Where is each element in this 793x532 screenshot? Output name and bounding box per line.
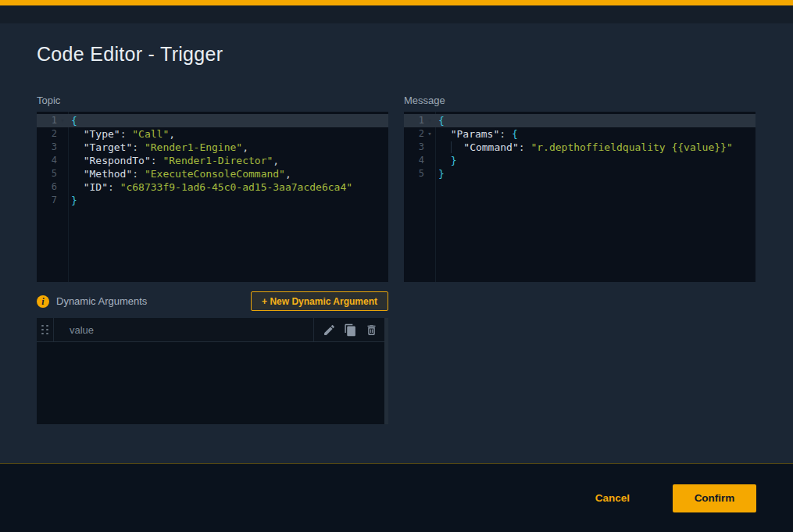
line-number: 4	[404, 154, 424, 167]
code-line[interactable]: 2 "Type": "Call",	[37, 127, 388, 141]
copy-icon	[344, 323, 357, 337]
code-line[interactable]: 3 "Command": "r.depthoffieldquality {{va…	[404, 141, 755, 154]
dynamic-arguments-header: i Dynamic Arguments + New Dynamic Argume…	[37, 291, 388, 312]
fold-gutter	[57, 127, 68, 141]
line-number: 4	[37, 154, 57, 167]
cancel-button[interactable]: Cancel	[591, 491, 634, 505]
dynamic-arguments-list: value	[37, 318, 388, 424]
info-icon: i	[37, 295, 49, 308]
code-line[interactable]: 5 "Method": "ExecuteConsoleCommand",	[37, 167, 388, 180]
code-line[interactable]: 4 "RespondTo": "Render1-Director",	[37, 154, 388, 167]
line-number: 5	[37, 167, 57, 180]
line-number: 7	[37, 194, 57, 207]
code-text: "Target": "Render1-Engine",	[68, 141, 248, 154]
accent-bar	[0, 0, 793, 5]
fold-arrow-icon[interactable]: ▾	[424, 114, 435, 127]
code-text: }	[435, 154, 456, 167]
fold-gutter	[424, 154, 435, 167]
line-number: 6	[37, 180, 57, 194]
window-topbar	[0, 5, 793, 23]
code-line[interactable]: 1▾{	[37, 114, 388, 127]
code-line[interactable]: 5}	[404, 167, 755, 180]
code-text: "Command": "r.depthoffieldquality {{valu…	[435, 141, 733, 154]
confirm-button[interactable]: Confirm	[673, 484, 756, 512]
code-line[interactable]: 2▾ "Params": {	[404, 127, 755, 141]
message-label: Message	[404, 95, 445, 107]
code-text: }	[435, 167, 445, 180]
fold-gutter	[57, 167, 68, 180]
pencil-icon	[323, 323, 336, 337]
drag-handle[interactable]	[37, 318, 54, 341]
row-actions	[313, 318, 384, 341]
fold-gutter	[57, 180, 68, 194]
line-number: 3	[404, 141, 424, 154]
line-number: 2	[37, 127, 57, 141]
line-number: 5	[404, 167, 424, 180]
trash-icon	[365, 323, 378, 337]
new-dynamic-argument-button[interactable]: + New Dynamic Argument	[251, 291, 388, 311]
dynamic-argument-row[interactable]: value	[37, 318, 384, 342]
dynamic-arguments-title: Dynamic Arguments	[56, 295, 251, 307]
fold-gutter	[57, 154, 68, 167]
dialog-footer: Cancel Confirm	[0, 463, 793, 532]
fold-gutter	[57, 141, 68, 154]
scrollbar-track[interactable]	[384, 318, 388, 424]
copy-argument-button[interactable]	[343, 323, 357, 337]
code-text: "Method": "ExecuteConsoleCommand",	[68, 167, 291, 180]
code-line[interactable]: 4 }	[404, 154, 755, 167]
argument-name-label: value	[54, 318, 313, 341]
code-line[interactable]: 3 "Target": "Render1-Engine",	[37, 141, 388, 154]
code-text: "Type": "Call",	[68, 127, 175, 141]
code-line[interactable]: 7}	[37, 194, 388, 207]
line-number: 3	[37, 141, 57, 154]
line-number: 1	[37, 114, 57, 127]
line-number: 1	[404, 114, 424, 127]
code-line[interactable]: 6 "ID": "c68733f9-1ad6-45c0-ad15-3aa7acd…	[37, 180, 388, 194]
code-text: {	[435, 114, 445, 127]
code-text: {	[68, 114, 77, 127]
code-line[interactable]: 1▾{	[404, 114, 755, 127]
fold-gutter	[57, 194, 68, 207]
edit-argument-button[interactable]	[322, 323, 336, 337]
code-text: "RespondTo": "Render1-Director",	[68, 154, 279, 167]
fold-gutter	[424, 167, 435, 180]
code-text: "Params": {	[435, 127, 518, 141]
message-code-editor[interactable]: 1▾{2▾ "Params": {3 "Command": "r.depthof…	[404, 112, 755, 282]
fold-arrow-icon[interactable]: ▾	[424, 127, 435, 141]
topic-code-editor[interactable]: 1▾{2 "Type": "Call",3 "Target": "Render1…	[37, 112, 388, 282]
dialog-title: Code Editor - Trigger	[37, 42, 223, 66]
code-text: "ID": "c68733f9-1ad6-45c0-ad15-3aa7acde6…	[68, 180, 352, 194]
line-number: 2	[404, 127, 424, 141]
topic-label: Topic	[37, 95, 60, 107]
fold-gutter	[424, 141, 435, 154]
delete-argument-button[interactable]	[364, 323, 378, 337]
code-text: }	[68, 194, 77, 207]
drag-dots-icon	[41, 325, 48, 335]
fold-arrow-icon[interactable]: ▾	[57, 114, 68, 127]
